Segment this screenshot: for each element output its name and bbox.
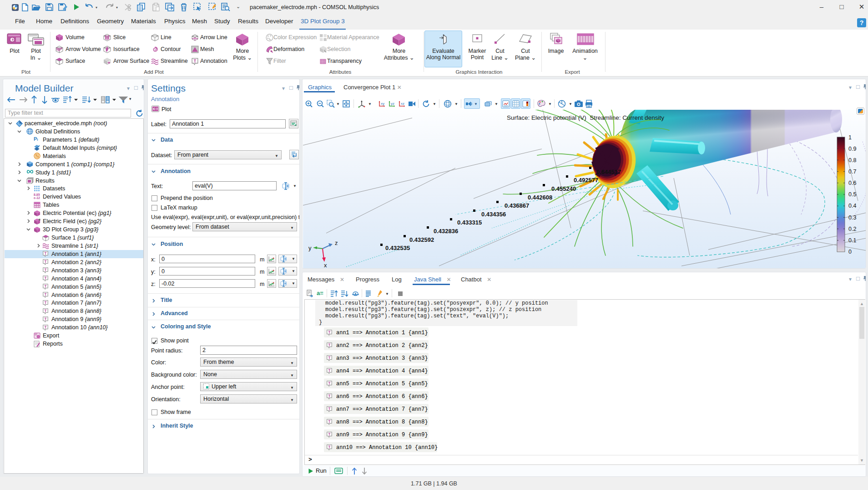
- svg-text:0.433315: 0.433315: [457, 219, 482, 226]
- svg-text:0.432836: 0.432836: [434, 228, 458, 235]
- svg-text:xy: xy: [381, 102, 384, 106]
- svg-text:yz: yz: [391, 102, 394, 106]
- svg-text:0.1: 0.1: [848, 237, 856, 244]
- svg-text:xz: xz: [401, 102, 404, 106]
- svg-text:0.492577: 0.492577: [574, 177, 598, 184]
- svg-text:0.7: 0.7: [848, 168, 856, 175]
- svg-text:Surface: Electric potential (V: Surface: Electric potential (V) Streamli…: [507, 114, 664, 121]
- svg-text:0.6: 0.6: [848, 180, 856, 186]
- svg-text:0.436867: 0.436867: [505, 202, 529, 209]
- svg-text:0.455240: 0.455240: [551, 185, 576, 192]
- svg-text:0.4: 0.4: [848, 203, 856, 209]
- svg-text:0.9: 0.9: [848, 146, 856, 152]
- svg-text:0.644517: 0.644517: [596, 168, 621, 175]
- svg-text:x: x: [324, 262, 327, 269]
- svg-text:y: y: [308, 245, 312, 251]
- svg-text:0.5: 0.5: [848, 191, 856, 198]
- svg-text:0.434356: 0.434356: [481, 211, 506, 218]
- svg-text:1: 1: [848, 134, 852, 141]
- svg-text:z: z: [335, 240, 338, 246]
- svg-text:0.442608: 0.442608: [528, 194, 552, 201]
- svg-text:0.3: 0.3: [848, 214, 856, 221]
- svg-text:0.8: 0.8: [848, 157, 856, 163]
- svg-text:0.432592: 0.432592: [409, 236, 434, 243]
- svg-text:0.2: 0.2: [848, 226, 856, 232]
- svg-text:0.432535: 0.432535: [385, 245, 410, 251]
- svg-text:0: 0: [848, 249, 852, 255]
